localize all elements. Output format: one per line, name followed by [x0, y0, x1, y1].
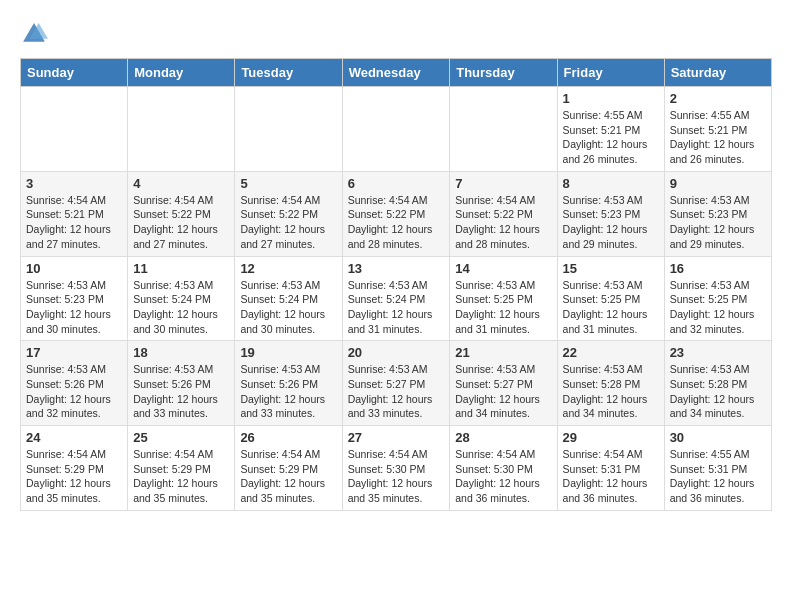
day-number: 18 [133, 345, 229, 360]
day-number: 6 [348, 176, 445, 191]
calendar-cell: 6Sunrise: 4:54 AMSunset: 5:22 PMDaylight… [342, 171, 450, 256]
weekday-header-row: SundayMondayTuesdayWednesdayThursdayFrid… [21, 59, 772, 87]
day-number: 26 [240, 430, 336, 445]
day-number: 15 [563, 261, 659, 276]
day-detail: Sunrise: 4:53 AMSunset: 5:28 PMDaylight:… [670, 362, 766, 421]
calendar-cell: 15Sunrise: 4:53 AMSunset: 5:25 PMDayligh… [557, 256, 664, 341]
calendar-cell: 27Sunrise: 4:54 AMSunset: 5:30 PMDayligh… [342, 426, 450, 511]
calendar-cell: 2Sunrise: 4:55 AMSunset: 5:21 PMDaylight… [664, 87, 771, 172]
day-detail: Sunrise: 4:53 AMSunset: 5:26 PMDaylight:… [133, 362, 229, 421]
day-detail: Sunrise: 4:53 AMSunset: 5:25 PMDaylight:… [455, 278, 551, 337]
day-detail: Sunrise: 4:53 AMSunset: 5:24 PMDaylight:… [240, 278, 336, 337]
day-detail: Sunrise: 4:54 AMSunset: 5:29 PMDaylight:… [240, 447, 336, 506]
calendar-cell: 29Sunrise: 4:54 AMSunset: 5:31 PMDayligh… [557, 426, 664, 511]
day-number: 27 [348, 430, 445, 445]
calendar-cell: 14Sunrise: 4:53 AMSunset: 5:25 PMDayligh… [450, 256, 557, 341]
day-number: 7 [455, 176, 551, 191]
day-detail: Sunrise: 4:53 AMSunset: 5:25 PMDaylight:… [563, 278, 659, 337]
day-detail: Sunrise: 4:53 AMSunset: 5:26 PMDaylight:… [240, 362, 336, 421]
day-number: 8 [563, 176, 659, 191]
calendar: SundayMondayTuesdayWednesdayThursdayFrid… [20, 58, 772, 511]
day-number: 12 [240, 261, 336, 276]
weekday-header: Sunday [21, 59, 128, 87]
day-detail: Sunrise: 4:54 AMSunset: 5:30 PMDaylight:… [348, 447, 445, 506]
weekday-header: Friday [557, 59, 664, 87]
calendar-cell: 5Sunrise: 4:54 AMSunset: 5:22 PMDaylight… [235, 171, 342, 256]
day-number: 23 [670, 345, 766, 360]
day-detail: Sunrise: 4:53 AMSunset: 5:27 PMDaylight:… [348, 362, 445, 421]
calendar-header: SundayMondayTuesdayWednesdayThursdayFrid… [21, 59, 772, 87]
calendar-cell: 24Sunrise: 4:54 AMSunset: 5:29 PMDayligh… [21, 426, 128, 511]
day-number: 24 [26, 430, 122, 445]
day-number: 16 [670, 261, 766, 276]
day-detail: Sunrise: 4:54 AMSunset: 5:21 PMDaylight:… [26, 193, 122, 252]
day-number: 2 [670, 91, 766, 106]
day-detail: Sunrise: 4:54 AMSunset: 5:22 PMDaylight:… [133, 193, 229, 252]
calendar-week-row: 10Sunrise: 4:53 AMSunset: 5:23 PMDayligh… [21, 256, 772, 341]
day-number: 29 [563, 430, 659, 445]
day-number: 28 [455, 430, 551, 445]
calendar-cell [450, 87, 557, 172]
day-detail: Sunrise: 4:53 AMSunset: 5:24 PMDaylight:… [133, 278, 229, 337]
calendar-week-row: 3Sunrise: 4:54 AMSunset: 5:21 PMDaylight… [21, 171, 772, 256]
day-detail: Sunrise: 4:54 AMSunset: 5:22 PMDaylight:… [455, 193, 551, 252]
logo [20, 20, 52, 48]
calendar-cell: 19Sunrise: 4:53 AMSunset: 5:26 PMDayligh… [235, 341, 342, 426]
day-number: 19 [240, 345, 336, 360]
calendar-cell: 13Sunrise: 4:53 AMSunset: 5:24 PMDayligh… [342, 256, 450, 341]
day-number: 11 [133, 261, 229, 276]
day-number: 14 [455, 261, 551, 276]
calendar-week-row: 1Sunrise: 4:55 AMSunset: 5:21 PMDaylight… [21, 87, 772, 172]
day-detail: Sunrise: 4:54 AMSunset: 5:30 PMDaylight:… [455, 447, 551, 506]
day-detail: Sunrise: 4:53 AMSunset: 5:23 PMDaylight:… [670, 193, 766, 252]
calendar-cell: 7Sunrise: 4:54 AMSunset: 5:22 PMDaylight… [450, 171, 557, 256]
day-detail: Sunrise: 4:53 AMSunset: 5:25 PMDaylight:… [670, 278, 766, 337]
day-number: 9 [670, 176, 766, 191]
calendar-cell: 12Sunrise: 4:53 AMSunset: 5:24 PMDayligh… [235, 256, 342, 341]
header [20, 20, 772, 48]
calendar-week-row: 24Sunrise: 4:54 AMSunset: 5:29 PMDayligh… [21, 426, 772, 511]
day-detail: Sunrise: 4:53 AMSunset: 5:28 PMDaylight:… [563, 362, 659, 421]
calendar-cell: 28Sunrise: 4:54 AMSunset: 5:30 PMDayligh… [450, 426, 557, 511]
weekday-header: Monday [128, 59, 235, 87]
day-number: 3 [26, 176, 122, 191]
calendar-body: 1Sunrise: 4:55 AMSunset: 5:21 PMDaylight… [21, 87, 772, 511]
calendar-cell: 10Sunrise: 4:53 AMSunset: 5:23 PMDayligh… [21, 256, 128, 341]
calendar-cell: 23Sunrise: 4:53 AMSunset: 5:28 PMDayligh… [664, 341, 771, 426]
weekday-header: Tuesday [235, 59, 342, 87]
calendar-cell: 17Sunrise: 4:53 AMSunset: 5:26 PMDayligh… [21, 341, 128, 426]
calendar-cell: 26Sunrise: 4:54 AMSunset: 5:29 PMDayligh… [235, 426, 342, 511]
day-number: 20 [348, 345, 445, 360]
day-number: 22 [563, 345, 659, 360]
calendar-cell: 9Sunrise: 4:53 AMSunset: 5:23 PMDaylight… [664, 171, 771, 256]
day-detail: Sunrise: 4:55 AMSunset: 5:21 PMDaylight:… [563, 108, 659, 167]
weekday-header: Thursday [450, 59, 557, 87]
day-number: 1 [563, 91, 659, 106]
day-number: 30 [670, 430, 766, 445]
day-detail: Sunrise: 4:54 AMSunset: 5:31 PMDaylight:… [563, 447, 659, 506]
calendar-cell [21, 87, 128, 172]
weekday-header: Wednesday [342, 59, 450, 87]
calendar-cell: 8Sunrise: 4:53 AMSunset: 5:23 PMDaylight… [557, 171, 664, 256]
day-number: 4 [133, 176, 229, 191]
calendar-cell: 11Sunrise: 4:53 AMSunset: 5:24 PMDayligh… [128, 256, 235, 341]
weekday-header: Saturday [664, 59, 771, 87]
day-number: 21 [455, 345, 551, 360]
day-detail: Sunrise: 4:53 AMSunset: 5:23 PMDaylight:… [26, 278, 122, 337]
day-number: 25 [133, 430, 229, 445]
calendar-cell: 4Sunrise: 4:54 AMSunset: 5:22 PMDaylight… [128, 171, 235, 256]
day-detail: Sunrise: 4:53 AMSunset: 5:27 PMDaylight:… [455, 362, 551, 421]
day-detail: Sunrise: 4:54 AMSunset: 5:29 PMDaylight:… [133, 447, 229, 506]
calendar-cell: 30Sunrise: 4:55 AMSunset: 5:31 PMDayligh… [664, 426, 771, 511]
day-detail: Sunrise: 4:53 AMSunset: 5:24 PMDaylight:… [348, 278, 445, 337]
calendar-cell: 3Sunrise: 4:54 AMSunset: 5:21 PMDaylight… [21, 171, 128, 256]
day-detail: Sunrise: 4:53 AMSunset: 5:26 PMDaylight:… [26, 362, 122, 421]
calendar-cell: 1Sunrise: 4:55 AMSunset: 5:21 PMDaylight… [557, 87, 664, 172]
day-detail: Sunrise: 4:54 AMSunset: 5:22 PMDaylight:… [348, 193, 445, 252]
calendar-cell [342, 87, 450, 172]
day-number: 5 [240, 176, 336, 191]
calendar-cell: 25Sunrise: 4:54 AMSunset: 5:29 PMDayligh… [128, 426, 235, 511]
day-number: 10 [26, 261, 122, 276]
day-detail: Sunrise: 4:53 AMSunset: 5:23 PMDaylight:… [563, 193, 659, 252]
calendar-cell: 22Sunrise: 4:53 AMSunset: 5:28 PMDayligh… [557, 341, 664, 426]
